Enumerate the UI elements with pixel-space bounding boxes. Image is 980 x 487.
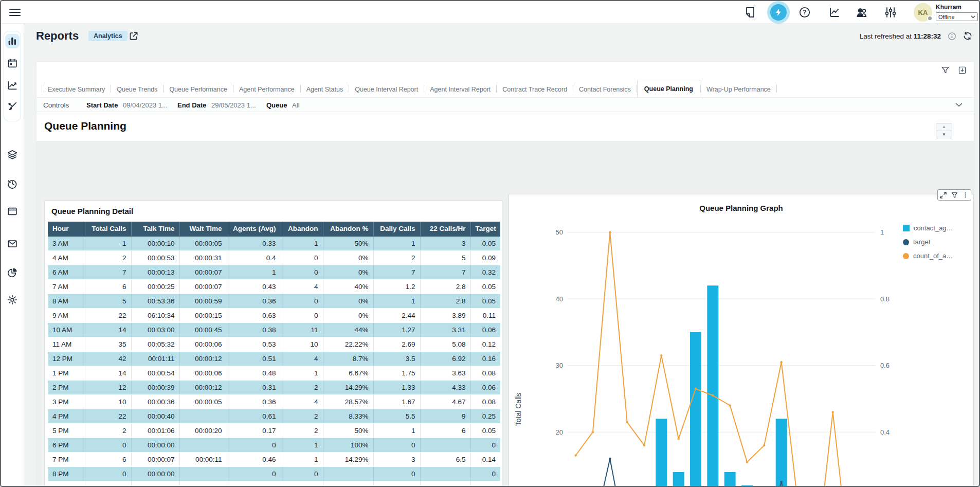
start-date-control[interactable]: Start Date 09/04/2023 1... (86, 101, 168, 109)
download-icon[interactable] (958, 66, 967, 75)
table-cell: 5 (420, 250, 470, 265)
table-cell: 6 (420, 423, 470, 438)
bar-4-pm[interactable] (776, 419, 787, 486)
status-select[interactable]: Offline (936, 12, 978, 21)
column-header-wait-time[interactable]: Wait Time (179, 222, 227, 236)
end-date-control[interactable]: End Date 29/05/2023 1... (177, 101, 256, 109)
external-link-icon[interactable] (129, 31, 139, 41)
tasks-lightning-icon[interactable] (770, 4, 787, 21)
pie-chart-icon[interactable] (7, 267, 18, 278)
table-cell: 00:00:31 (179, 250, 227, 265)
refresh-icon[interactable] (963, 31, 973, 41)
point-count-of-a--3[interactable] (626, 421, 628, 423)
expand-icon[interactable] (940, 192, 947, 199)
table-cell: 0.05 (470, 294, 500, 308)
table-cell: 33.33% (323, 481, 373, 486)
column-header-abandon[interactable]: Abandon (281, 222, 323, 236)
trend-line-icon[interactable] (7, 80, 18, 91)
tab-agent-performance[interactable]: Agent Performance (233, 81, 300, 97)
table-cell: 00:00:59 (179, 294, 227, 308)
tab-queue-planning[interactable]: Queue Planning (637, 80, 700, 97)
queue-control[interactable]: Queue All (266, 101, 300, 109)
table-cell: 8 PM (48, 466, 85, 481)
table-row-12-pm: 12 PM4200:01:1100:00:120.5148.7%3.56.920… (48, 351, 500, 366)
tab-executive-summary[interactable]: Executive Summary (42, 81, 111, 97)
column-header-hour[interactable]: Hour (48, 222, 85, 236)
point-count-of-a--6[interactable] (677, 438, 679, 440)
help-icon[interactable]: ? (798, 6, 811, 19)
legend-item-count-of-a-[interactable]: count_of_a… (903, 252, 953, 260)
legend-item-target[interactable]: target (903, 238, 953, 246)
hamburger-menu-icon[interactable] (9, 7, 21, 18)
column-header-daily-calls[interactable]: Daily Calls (373, 222, 420, 236)
tab-contact-forensics[interactable]: Contact Forensics (573, 81, 637, 97)
point-count-of-a--5[interactable] (660, 354, 662, 356)
point-count-of-a--2[interactable] (609, 231, 611, 233)
point-count-of-a--0[interactable] (574, 454, 576, 456)
column-header-22-calls-hr[interactable]: 22 Calls/Hr (420, 222, 470, 236)
point-count-of-a--12[interactable] (780, 361, 782, 363)
filter-icon[interactable] (941, 66, 950, 75)
table-cell: 4 (281, 351, 323, 366)
collapse-controls-chevron-icon[interactable] (955, 102, 963, 108)
info-icon[interactable] (948, 32, 956, 41)
table-cell: 3 PM (48, 394, 85, 409)
point-count-of-a--10[interactable] (746, 461, 748, 463)
line-series-count-of-a-[interactable] (576, 232, 867, 486)
column-header-total-calls[interactable]: Total Calls (85, 222, 131, 236)
point-count-of-a--15[interactable] (831, 411, 833, 413)
table-cell: 4 (281, 279, 323, 294)
kebab-menu-icon[interactable]: ⋮ (963, 192, 969, 198)
point-count-of-a--7[interactable] (695, 388, 697, 390)
right-axis-tick: 1 (880, 228, 884, 236)
calendar-icon[interactable] (7, 58, 18, 69)
table-cell: 6 PM (48, 438, 85, 452)
bar-1-pm[interactable] (724, 472, 736, 486)
column-header-abandon-[interactable]: Abandon % (323, 222, 373, 236)
metrics-icon[interactable] (828, 6, 841, 19)
sheet-titlebar: Queue Planning ▲ ▼ (37, 112, 974, 141)
point-target-2[interactable] (609, 458, 611, 460)
column-header-agents-avg-[interactable]: Agents (Avg) (227, 222, 281, 236)
bar-11-am[interactable] (690, 332, 701, 486)
agents-icon[interactable] (856, 6, 868, 19)
column-header-target[interactable]: Target (470, 222, 500, 236)
table-cell: 2 (85, 481, 131, 486)
bar-9-am[interactable] (656, 419, 667, 486)
top-bar: ? KA Khurram Awan Offline (1, 1, 979, 24)
column-header-talk-time[interactable]: Talk Time (131, 222, 179, 236)
point-count-of-a--8[interactable] (712, 394, 714, 396)
mail-icon[interactable] (7, 238, 18, 249)
history-icon[interactable] (7, 178, 18, 189)
spinner-up-button[interactable]: ▲ (936, 123, 952, 131)
notes-icon[interactable] (744, 6, 756, 19)
design-brush-icon[interactable] (7, 101, 18, 112)
table-cell: 12 PM (48, 351, 85, 366)
tab-agent-interval-report[interactable]: Agent Interval Report (424, 81, 496, 97)
legend-label: contact_ag… (914, 224, 953, 232)
window-icon[interactable] (7, 206, 18, 217)
tab-wrap-up-performance[interactable]: Wrap-Up Performance (701, 81, 776, 97)
table-cell: 1 PM (48, 366, 85, 380)
legend-item-contact-ag-[interactable]: contact_ag… (903, 224, 953, 232)
bar-2-pm[interactable] (741, 485, 753, 486)
tab-queue-performance[interactable]: Queue Performance (164, 81, 233, 97)
point-count-of-a--1[interactable] (592, 431, 594, 433)
reports-bar-chart-icon[interactable] (7, 35, 18, 47)
tab-contract-trace-record[interactable]: Contract Trace Record (497, 81, 573, 97)
point-count-of-a--9[interactable] (729, 404, 731, 406)
point-count-of-a--4[interactable] (643, 444, 645, 446)
tab-agent-status[interactable]: Agent Status (301, 81, 349, 97)
spinner-down-button[interactable]: ▼ (936, 131, 952, 138)
layers-icon[interactable] (7, 149, 18, 160)
line-series-target[interactable] (576, 459, 867, 486)
tab-queue-interval-report[interactable]: Queue Interval Report (349, 81, 424, 97)
point-target-12[interactable] (780, 481, 782, 483)
tab-queue-trends[interactable]: Queue Trends (111, 81, 163, 97)
point-count-of-a--11[interactable] (763, 444, 765, 446)
chart-filter-icon[interactable] (951, 192, 958, 199)
bar-10-am[interactable] (673, 472, 684, 486)
gear-icon[interactable] (7, 294, 18, 305)
settings-sliders-icon[interactable] (884, 6, 897, 19)
bar-12-pm[interactable] (707, 285, 718, 486)
